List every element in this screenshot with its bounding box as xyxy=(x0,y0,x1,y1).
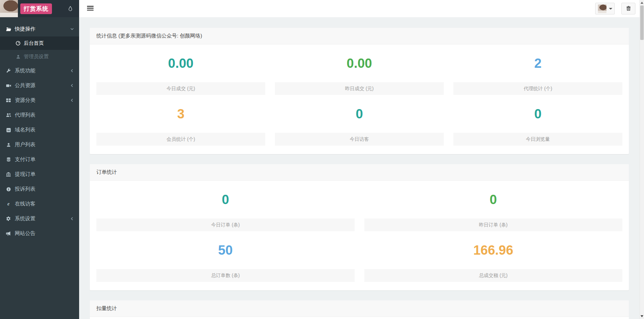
deduction-statistics-body xyxy=(90,317,629,319)
stat-cell-yesterday-turnover: 0.00 昨日成交 (元) xyxy=(275,44,444,95)
stat-cell-today-visitors: 0 今日访客 xyxy=(275,95,444,146)
brand-title: 打赏系统 xyxy=(20,3,52,14)
dashboard-icon xyxy=(15,41,21,46)
sidebar-item-label: 公共资源 xyxy=(15,82,35,89)
sidebar-item-domain-list[interactable]: in 域名列表 xyxy=(0,123,79,137)
stat-label: 代理统计 (个) xyxy=(453,82,622,95)
content-area: 统计信息 (更多亲测源码微信公众号: 创颜网络) 0.00 今日成交 (元) 0… xyxy=(79,17,640,319)
stat-label: 今日成交 (元) xyxy=(96,82,265,95)
stat-value: 0 xyxy=(453,95,622,133)
stat-value: 3 xyxy=(96,95,265,133)
chevron-left-icon xyxy=(70,84,74,87)
chevron-left-icon xyxy=(70,98,74,102)
order-statistics-card: 订单统计 0 今日订单 (条) 0 昨日订单 (条) 50 总订单数 (条) xyxy=(90,164,629,290)
stat-cell-yesterday-orders: 0 昨日订单 (条) xyxy=(364,181,623,231)
video-camera-icon xyxy=(5,83,12,88)
user-menu-button[interactable] xyxy=(595,3,615,14)
sidebar-nav: 快捷操作 后台首页 管理员设置 系统功能 xyxy=(0,17,79,241)
stat-label: 今日订单 (条) xyxy=(96,219,355,231)
sidebar-item-online-visitors[interactable]: e 在线访客 xyxy=(0,196,79,211)
sidebar-item-resource-categories[interactable]: 资源分类 xyxy=(0,93,79,108)
users-icon xyxy=(5,113,12,118)
stat-value: 0 xyxy=(275,95,444,133)
sidebar-item-label: 在线访客 xyxy=(15,201,35,207)
wrench-icon xyxy=(5,68,12,74)
svg-text:e: e xyxy=(7,201,9,206)
info-circle-icon xyxy=(5,187,12,192)
logo-bar: 打赏系统 xyxy=(0,0,79,17)
sidebar-item-agent-list[interactable]: 代理列表 xyxy=(0,108,79,123)
sidebar-item-label: 系统功能 xyxy=(15,67,35,74)
chevron-left-icon xyxy=(70,217,74,221)
stat-label: 今日访客 xyxy=(275,133,444,146)
user-icon xyxy=(15,54,21,60)
stat-label: 会员统计 (个) xyxy=(96,133,265,146)
stat-value: 0.00 xyxy=(275,44,444,82)
sidebar-item-label: 域名列表 xyxy=(15,127,35,133)
trash-icon xyxy=(626,6,631,12)
user-avatar xyxy=(598,4,607,13)
sidebar-item-public-resources[interactable]: 公共资源 xyxy=(0,78,79,93)
user-icon xyxy=(5,142,12,148)
statistics-card: 统计信息 (更多亲测源码微信公众号: 创颜网络) 0.00 今日成交 (元) 0… xyxy=(90,28,629,154)
brand-avatar xyxy=(0,0,18,17)
scroll-up-arrow[interactable] xyxy=(641,2,643,4)
sidebar-item-label: 支付订单 xyxy=(15,156,35,163)
folder-open-icon xyxy=(5,26,12,32)
sidebar-item-label: 提现订单 xyxy=(15,171,35,178)
stat-cell-member-count: 3 会员统计 (个) xyxy=(96,95,265,146)
sidebar-item-payment-orders[interactable]: 支付订单 xyxy=(0,152,79,167)
sidebar-item-label: 资源分类 xyxy=(15,97,35,104)
stat-value: 0 xyxy=(364,181,623,219)
sidebar-item-system-settings[interactable]: 系统设置 xyxy=(0,211,79,226)
sidebar-item-label: 快捷操作 xyxy=(15,26,35,32)
stat-value: 0 xyxy=(96,181,355,219)
sidebar-item-complaint-list[interactable]: 投诉列表 xyxy=(0,182,79,196)
trash-button[interactable] xyxy=(621,3,635,14)
order-statistics-card-title: 订单统计 xyxy=(90,164,629,181)
order-statistics-grid: 0 今日订单 (条) 0 昨日订单 (条) 50 总订单数 (条) 166.96… xyxy=(90,181,629,290)
sidebar-item-label: 代理列表 xyxy=(15,112,35,118)
stat-cell-today-turnover: 0.00 今日成交 (元) xyxy=(96,44,265,95)
statistics-grid: 0.00 今日成交 (元) 0.00 昨日成交 (元) 2 代理统计 (个) 3… xyxy=(90,44,629,154)
gear-icon xyxy=(5,216,12,222)
stat-value: 50 xyxy=(96,231,355,269)
svg-text:in: in xyxy=(7,129,10,132)
water-drop-icon[interactable] xyxy=(68,6,73,12)
sidebar-item-site-announcement[interactable]: 网站公告 xyxy=(0,226,79,241)
sidebar-item-label: 管理员设置 xyxy=(24,53,49,60)
sidebar-item-label: 后台首页 xyxy=(24,40,44,46)
caret-down-icon xyxy=(609,8,612,10)
sidebar-item-admin-settings[interactable]: 管理员设置 xyxy=(0,50,79,63)
sidebar-item-dashboard[interactable]: 后台首页 xyxy=(0,36,79,50)
topbar-actions xyxy=(595,3,635,14)
sidebar-item-label: 系统设置 xyxy=(15,215,35,222)
vertical-scrollbar[interactable] xyxy=(640,0,644,319)
bank-icon xyxy=(5,172,12,177)
sidebar-item-label: 用户列表 xyxy=(15,141,35,148)
sidebar-item-withdrawal-orders[interactable]: 提现订单 xyxy=(0,167,79,182)
stat-value: 2 xyxy=(453,44,622,82)
stat-cell-total-turnover: 166.96 总成交额 (元) xyxy=(364,231,623,282)
main-area: 统计信息 (更多亲测源码微信公众号: 创颜网络) 0.00 今日成交 (元) 0… xyxy=(79,0,640,319)
sidebar-item-user-list[interactable]: 用户列表 xyxy=(0,137,79,152)
chevron-down-icon xyxy=(70,27,74,31)
browser-e-icon: e xyxy=(5,201,12,207)
sidebar-toggle-button[interactable] xyxy=(85,4,96,14)
sidebar-item-label: 投诉列表 xyxy=(15,186,35,192)
deduction-statistics-card-title: 扣量统计 xyxy=(90,300,629,317)
sidebar-item-system-functions[interactable]: 系统功能 xyxy=(0,63,79,78)
stat-label: 总订单数 (条) xyxy=(96,269,355,282)
app-window: 打赏系统 快捷操作 后台首页 管理员设置 xyxy=(0,0,644,319)
stat-label: 昨日订单 (条) xyxy=(364,219,623,231)
scrollbar-thumb[interactable] xyxy=(640,6,644,40)
stat-label: 昨日成交 (元) xyxy=(275,82,444,95)
stat-cell-total-orders: 50 总订单数 (条) xyxy=(96,231,355,282)
bullhorn-icon xyxy=(5,231,12,236)
domain-in-icon: in xyxy=(5,127,12,133)
grid-icon xyxy=(5,98,12,103)
stat-label: 今日浏览量 xyxy=(453,133,622,146)
scroll-down-arrow[interactable] xyxy=(641,315,643,317)
sidebar-item-quick-actions[interactable]: 快捷操作 xyxy=(0,22,79,36)
stat-cell-agent-count: 2 代理统计 (个) xyxy=(453,44,622,95)
